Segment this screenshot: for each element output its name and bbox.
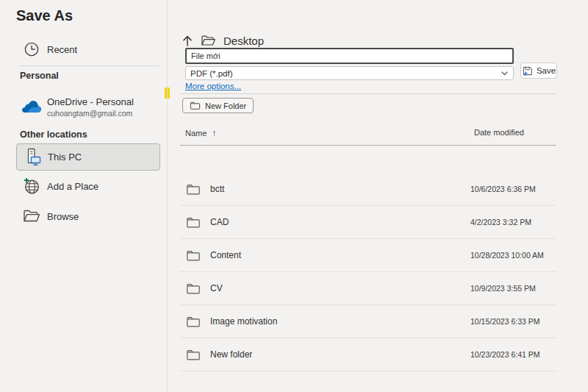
file-name: CAD	[210, 217, 229, 227]
onedrive-text: OneDrive - Personal cuhoangtam@gmail.com	[47, 96, 134, 118]
file-list: bctt 10/6/2023 6:36 PM CAD 4/2/2023 3:32…	[180, 173, 556, 371]
sidebar-item-label: Recent	[47, 44, 77, 55]
folder-icon	[186, 316, 202, 328]
sidebar-item-label: This PC	[48, 152, 82, 163]
table-header-row: Name ↑ Date modified	[180, 128, 556, 140]
save-as-panel: Desktop PDF (*.pdf) Save More options...…	[180, 0, 556, 392]
file-date-modified: 10/15/2023 6:33 PM	[470, 317, 540, 326]
sidebar-item-onedrive[interactable]: OneDrive - Personal cuhoangtam@gmail.com	[16, 91, 160, 122]
open-folder-icon	[22, 207, 41, 226]
sidebar-section-other-locations: Other locations	[20, 129, 87, 140]
filetype-value: PDF (*.pdf)	[186, 69, 501, 78]
onedrive-email: cuhoangtam@gmail.com	[47, 109, 134, 118]
file-row[interactable]: CV 10/9/2023 3:55 PM	[180, 272, 556, 305]
table-header-divider	[180, 145, 556, 146]
sidebar-item-label: Browse	[47, 211, 79, 222]
sort-ascending-icon: ↑	[212, 128, 216, 138]
save-button[interactable]: Save	[520, 63, 557, 79]
chevron-down-icon	[501, 71, 508, 76]
file-date-modified: 10/23/2023 6:41 PM	[470, 350, 540, 359]
new-folder-label: New Folder	[205, 101, 246, 110]
folder-icon	[186, 183, 202, 196]
file-row[interactable]: Image motivation 10/15/2023 6:33 PM	[180, 305, 556, 338]
more-options-link[interactable]: More options...	[185, 82, 241, 90]
clock-icon	[22, 40, 41, 59]
file-name: New folder	[210, 349, 252, 360]
sidebar-section-personal: Personal	[20, 71, 59, 81]
file-date-modified: 10/6/2023 6:36 PM	[470, 185, 536, 193]
folder-icon	[186, 249, 202, 262]
sidebar-item-add-a-place[interactable]: Add a Place	[16, 175, 160, 197]
save-as-backstage: Save As Recent Personal OneDrive - Perso…	[0, 0, 588, 392]
name-header-label: Name	[185, 129, 207, 138]
onedrive-cloud-icon	[22, 97, 41, 116]
sidebar-item-browse[interactable]: Browse	[16, 205, 160, 227]
globe-plus-icon	[22, 177, 41, 196]
pc-icon	[23, 148, 42, 167]
sidebar-main-divider	[167, 0, 168, 392]
sidebar-item-recent[interactable]: Recent	[16, 38, 160, 60]
folder-icon	[186, 349, 202, 361]
file-date-modified: 4/2/2023 3:32 PM	[470, 218, 531, 227]
filename-input[interactable]	[185, 48, 514, 64]
breadcrumb-location[interactable]: Desktop	[223, 35, 264, 47]
file-row[interactable]: New folder 10/23/2023 6:41 PM	[180, 338, 556, 371]
save-floppy-icon	[522, 65, 533, 76]
sidebar: Recent Personal OneDrive - Personal cuho…	[0, 0, 167, 392]
folder-icon	[186, 216, 202, 229]
file-name: Content	[210, 250, 241, 260]
new-folder-button[interactable]: New Folder	[182, 98, 254, 113]
folder-icon	[186, 282, 202, 295]
file-row[interactable]: bctt 10/6/2023 6:36 PM	[180, 173, 556, 206]
column-header-name[interactable]: Name ↑	[185, 128, 216, 138]
file-row[interactable]: CAD 4/2/2023 3:32 PM	[180, 206, 556, 239]
file-row[interactable]: Content 10/28/2023 10:00 AM	[180, 239, 556, 272]
onedrive-label: OneDrive - Personal	[47, 96, 134, 107]
file-date-modified: 10/28/2023 10:00 AM	[470, 251, 544, 260]
breadcrumb-folder-icon	[201, 35, 216, 47]
save-button-label: Save	[537, 66, 556, 75]
file-name: CV	[210, 283, 223, 293]
up-directory-icon[interactable]	[182, 35, 193, 47]
new-folder-icon	[190, 101, 201, 110]
filetype-select[interactable]: PDF (*.pdf)	[185, 66, 514, 80]
section-divider	[180, 93, 556, 94]
sidebar-divider	[20, 65, 159, 66]
sidebar-item-label: Add a Place	[47, 181, 98, 192]
column-header-date-modified[interactable]: Date modified	[474, 128, 524, 137]
file-name: bctt	[210, 184, 224, 194]
file-date-modified: 10/9/2023 3:55 PM	[470, 284, 536, 293]
breadcrumb: Desktop	[182, 32, 264, 49]
sidebar-item-this-pc[interactable]: This PC	[16, 143, 160, 171]
file-name: Image motivation	[210, 316, 277, 327]
